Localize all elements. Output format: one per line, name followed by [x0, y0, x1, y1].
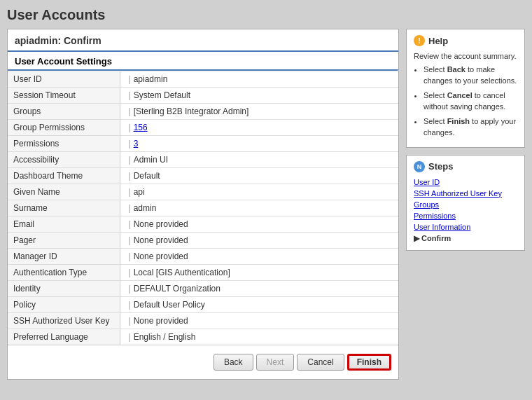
- step-item[interactable]: SSH Authorized User Key: [414, 188, 517, 199]
- steps-list: User IDSSH Authorized User KeyGroupsPerm…: [414, 177, 517, 244]
- field-label: Email: [8, 216, 120, 233]
- field-value: |None provided: [120, 313, 398, 329]
- button-bar: Back Next Cancel Finish: [8, 345, 398, 379]
- step-item: Confirm: [414, 233, 517, 244]
- field-value: |apiadmin: [120, 71, 398, 88]
- table-row: Session Timeout|System Default: [8, 88, 398, 104]
- field-label: Given Name: [8, 184, 120, 200]
- cancel-button[interactable]: Cancel: [297, 354, 344, 371]
- field-label: Groups: [8, 104, 120, 120]
- field-label: Permissions: [8, 136, 120, 152]
- help-item: Select Cancel to cancel without saving c…: [424, 90, 517, 113]
- field-value: |English / English: [120, 329, 398, 345]
- steps-title: N Steps: [414, 161, 517, 172]
- field-label: Session Timeout: [8, 88, 120, 104]
- field-value: |None provided: [120, 233, 398, 249]
- help-icon: !: [414, 35, 425, 46]
- page-title: User Accounts: [7, 7, 525, 23]
- table-row: Accessibility|Admin UI: [8, 152, 398, 168]
- field-value: |[Sterling B2B Integrator Admin]: [120, 104, 398, 120]
- field-label: Group Permissions: [8, 120, 120, 136]
- field-value[interactable]: |156: [120, 120, 398, 136]
- back-button[interactable]: Back: [214, 354, 253, 371]
- page-container: User Accounts apiadmin: Confirm User Acc…: [0, 0, 532, 400]
- help-item: Select Back to make changes to your sele…: [424, 64, 517, 87]
- field-label: SSH Authorized User Key: [8, 313, 120, 329]
- table-row: Groups|[Sterling B2B Integrator Admin]: [8, 104, 398, 120]
- field-label: Surname: [8, 200, 120, 216]
- table-row: User ID|apiadmin: [8, 71, 398, 88]
- table-row: SSH Authorized User Key|None provided: [8, 313, 398, 329]
- settings-section-title: User Account Settings: [8, 52, 398, 69]
- finish-button[interactable]: Finish: [347, 354, 391, 371]
- step-item[interactable]: Groups: [414, 199, 517, 210]
- table-row: Preferred Language|English / English: [8, 329, 398, 345]
- table-row: Identity|DEFAULT Organization: [8, 281, 398, 297]
- field-value: |None provided: [120, 249, 398, 265]
- field-value: |None provided: [120, 216, 398, 233]
- table-row: Group Permissions|156: [8, 120, 398, 136]
- table-row: Dashboard Theme|Default: [8, 168, 398, 184]
- field-value: |Default User Policy: [120, 297, 398, 313]
- help-box: ! Help Review the account summary. Selec…: [406, 29, 525, 148]
- settings-table: User ID|apiadminSession Timeout|System D…: [8, 71, 398, 345]
- field-label: Preferred Language: [8, 329, 120, 345]
- table-row: Surname|admin: [8, 200, 398, 216]
- field-label: Accessibility: [8, 152, 120, 168]
- table-row: Given Name|api: [8, 184, 398, 200]
- next-button: Next: [256, 354, 295, 371]
- field-value: |Admin UI: [120, 152, 398, 168]
- help-list: Select Back to make changes to your sele…: [414, 64, 517, 139]
- table-row: Permissions|3: [8, 136, 398, 152]
- steps-box: N Steps User IDSSH Authorized User KeyGr…: [406, 155, 525, 251]
- field-link[interactable]: 156: [134, 123, 148, 132]
- field-value: |DEFAULT Organization: [120, 281, 398, 297]
- field-value[interactable]: |3: [120, 136, 398, 152]
- field-value: |Default: [120, 168, 398, 184]
- table-row: Pager|None provided: [8, 233, 398, 249]
- help-title: ! Help: [414, 35, 517, 46]
- steps-icon: N: [414, 161, 425, 172]
- step-item[interactable]: Permissions: [414, 210, 517, 221]
- help-text: Review the account summary. Select Back …: [414, 50, 517, 139]
- step-item[interactable]: User ID: [414, 177, 517, 188]
- table-row: Authentication Type|Local [GIS Authentic…: [8, 265, 398, 281]
- confirm-header-title: apiadmin: Confirm: [15, 35, 391, 46]
- field-link[interactable]: 3: [134, 139, 139, 149]
- field-label: Manager ID: [8, 249, 120, 265]
- main-layout: apiadmin: Confirm User Account Settings …: [7, 29, 525, 380]
- left-panel: apiadmin: Confirm User Account Settings …: [7, 29, 399, 380]
- field-value: |api: [120, 184, 398, 200]
- table-row: Manager ID|None provided: [8, 249, 398, 265]
- field-label: Policy: [8, 297, 120, 313]
- field-value: |admin: [120, 200, 398, 216]
- field-label: User ID: [8, 71, 120, 88]
- field-value: |Local [GIS Authentication]: [120, 265, 398, 281]
- help-item: Select Finish to apply your changes.: [424, 116, 517, 139]
- table-row: Policy|Default User Policy: [8, 297, 398, 313]
- table-row: Email|None provided: [8, 216, 398, 233]
- field-label: Pager: [8, 233, 120, 249]
- field-label: Dashboard Theme: [8, 168, 120, 184]
- confirm-header: apiadmin: Confirm: [8, 29, 398, 52]
- field-value: |System Default: [120, 88, 398, 104]
- right-panel: ! Help Review the account summary. Selec…: [406, 29, 525, 251]
- field-label: Identity: [8, 281, 120, 297]
- step-item[interactable]: User Information: [414, 221, 517, 233]
- field-label: Authentication Type: [8, 265, 120, 281]
